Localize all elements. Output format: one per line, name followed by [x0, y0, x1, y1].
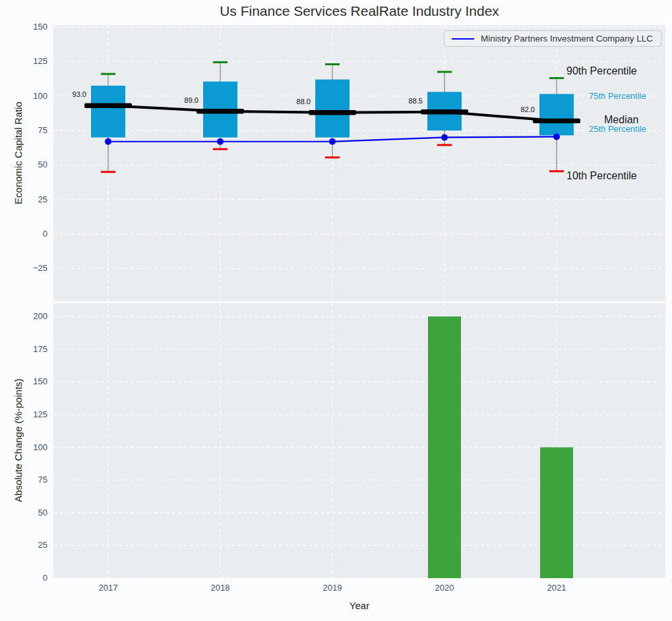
company-marker-2021: [553, 133, 560, 140]
x-tick-label: 2017: [88, 583, 128, 593]
y-tick-label: 100: [8, 442, 47, 453]
iqr-box-2019: [315, 80, 350, 138]
company-marker-2017: [105, 138, 111, 145]
y-tick-label: 150: [8, 22, 47, 32]
median-value-label: 93.0: [20, 90, 86, 99]
y-tick-label: 75: [8, 475, 47, 485]
y-tick-label: 125: [8, 409, 47, 420]
bottom-axes: [53, 303, 665, 578]
company-marker-2018: [217, 138, 224, 145]
bar-canvas: [53, 303, 665, 578]
y-tick-label: 50: [8, 508, 47, 518]
legend-line-swatch-icon: [452, 38, 474, 40]
figure: Us Finance Services RealRate Industry In…: [0, 0, 672, 621]
y-tick-label: 125: [8, 56, 47, 67]
median-value-label: 88.0: [245, 97, 311, 106]
company-marker-2020: [441, 134, 448, 140]
x-tick-label: 2018: [200, 583, 240, 593]
median-value-label: 89.0: [133, 96, 199, 105]
annotation-10th-percentile: 10th Percentile: [566, 170, 637, 182]
iqr-box-2021: [539, 94, 574, 136]
y-tick-label: −25: [8, 263, 47, 274]
y-tick-label: 0: [8, 573, 47, 583]
y-tick-label: 150: [8, 376, 47, 387]
median-value-label: 88.5: [357, 96, 423, 105]
median-segment-2021: [533, 119, 580, 123]
legend: Ministry Partners Investment Company LLC: [444, 30, 661, 47]
annotation-75th-percentile: 75th Percentile: [589, 90, 646, 102]
median-segment-2018: [197, 109, 244, 113]
chart-title: Us Finance Services RealRate Industry In…: [53, 3, 665, 19]
annotation-90th-percentile: 90th Percentile: [566, 65, 637, 77]
median-segment-2017: [84, 104, 132, 108]
top-y-axis-label: Economic Capital Ratio: [13, 102, 24, 204]
median-value-label: 82.0: [469, 105, 535, 114]
y-tick-label: 0: [8, 229, 47, 239]
x-axis-label: Year: [53, 600, 665, 611]
y-tick-label: 25: [8, 540, 47, 550]
change-bar-2020: [428, 316, 461, 578]
change-bar-2021: [540, 448, 573, 579]
x-tick-label: 2019: [313, 583, 352, 593]
median-segment-2020: [421, 109, 468, 114]
x-tick-label: 2021: [537, 583, 576, 593]
iqr-box-2017: [91, 86, 125, 137]
median-segment-2019: [309, 110, 356, 115]
y-tick-label: 175: [8, 344, 47, 355]
y-tick-label: 200: [8, 311, 47, 322]
company-marker-2019: [329, 138, 336, 145]
x-tick-label: 2020: [425, 583, 464, 593]
y-tick-label: 25: [8, 194, 47, 205]
y-tick-label: 75: [8, 125, 47, 136]
annotation-25th-percentile: 25th Percentile: [589, 123, 646, 135]
y-tick-label: 50: [8, 160, 47, 170]
legend-label: Ministry Partners Investment Company LLC: [481, 34, 653, 44]
